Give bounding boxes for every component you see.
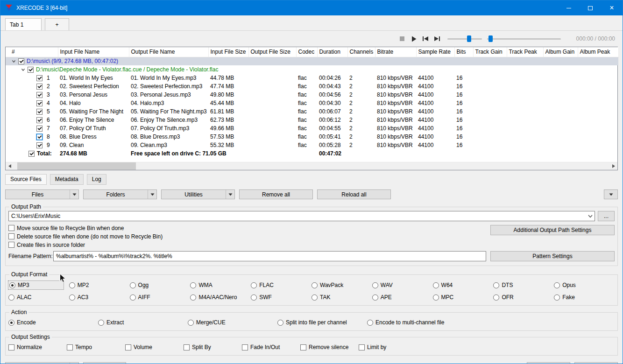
checkbox[interactable]: [8, 233, 14, 239]
column-header-duration[interactable]: Duration: [317, 47, 347, 57]
tab-settings-button[interactable]: Tab/Settings: [5, 362, 79, 364]
radio-button[interactable]: [554, 294, 560, 301]
column-header-num[interactable]: #: [6, 47, 58, 57]
checkbox[interactable]: [36, 92, 42, 98]
additional-output-path-settings-button[interactable]: Additional Output Path Settings: [490, 225, 615, 235]
radio-button[interactable]: [69, 294, 75, 301]
checkbox[interactable]: [67, 344, 73, 350]
column-header-sample-rate[interactable]: Sample Rate: [416, 47, 454, 57]
folders-button[interactable]: Folders: [83, 189, 157, 199]
column-header-album-gain[interactable]: Album Gain: [543, 47, 578, 57]
action-option-split-into-file-per-channel[interactable]: Split into file per channel: [277, 318, 367, 327]
checkbox[interactable]: [36, 75, 42, 81]
checkbox[interactable]: [36, 100, 42, 106]
track-row[interactable]: 303. Personal Jesus03. Personal Jesus.mp…: [6, 91, 618, 99]
expand-arrow-icon[interactable]: [21, 68, 25, 72]
format-option-m4a-aac-nero[interactable]: M4A/AAC/Nero: [190, 293, 251, 301]
output-path-combobox[interactable]: [8, 211, 595, 221]
radio-button[interactable]: [251, 282, 257, 288]
radio-button[interactable]: [372, 282, 378, 288]
directory-group-row[interactable]: D:\music\ (9/9, 274.68 MB, 00:47:02): [6, 57, 618, 65]
radio-button[interactable]: [188, 320, 194, 326]
close-button[interactable]: Close: [574, 362, 618, 364]
track-row[interactable]: 202. Sweetest Perfection02. Sweetest Per…: [6, 82, 618, 91]
radio-button[interactable]: [8, 294, 14, 301]
checkbox[interactable]: [242, 344, 248, 350]
format-option-ac3[interactable]: AC3: [69, 293, 130, 301]
filename-pattern-input[interactable]: [53, 251, 486, 261]
checkbox[interactable]: [18, 58, 24, 64]
radio-button[interactable]: [190, 294, 196, 301]
format-option-tak[interactable]: TAK: [312, 293, 372, 301]
format-option-fake[interactable]: Fake: [554, 293, 615, 301]
setting-fade-in-out[interactable]: Fade In/Out: [242, 343, 300, 351]
format-option-opus[interactable]: Opus: [554, 281, 615, 289]
scroll-left-arrow[interactable]: [6, 162, 14, 170]
format-option-swf[interactable]: SWF: [251, 293, 312, 301]
setting-remove-silence[interactable]: Remove silence: [300, 343, 359, 351]
close-window-button[interactable]: ×: [601, 0, 623, 15]
scrollbar-track[interactable]: [14, 162, 609, 170]
reload-all-button[interactable]: Reload all: [317, 189, 391, 199]
maximize-button[interactable]: [580, 0, 601, 15]
radio-button[interactable]: [251, 294, 257, 301]
checkbox[interactable]: [36, 84, 42, 90]
position-slider-handle[interactable]: [488, 35, 493, 42]
format-option-w64[interactable]: W64: [433, 281, 494, 289]
position-slider-track[interactable]: [487, 38, 561, 40]
view-tab-log[interactable]: Log: [87, 174, 106, 185]
checkbox[interactable]: [359, 344, 365, 350]
track-row[interactable]: 707. Policy Of Truth07. Policy Of Truth.…: [6, 124, 618, 133]
format-option-dts[interactable]: DTS: [493, 281, 554, 289]
format-option-wav[interactable]: WAV: [372, 281, 433, 289]
option-create-files-in-source-folder[interactable]: Create files in source folder: [8, 241, 85, 249]
format-option-aiff[interactable]: AIFF: [130, 293, 191, 301]
utilities-button[interactable]: Utilities: [161, 189, 235, 199]
format-option-mp2[interactable]: MP2: [69, 281, 130, 289]
browse-output-path-button[interactable]: ...: [598, 211, 615, 221]
track-row[interactable]: 606. Enjoy The Silence06. Enjoy The Sile…: [6, 116, 618, 124]
checkbox[interactable]: [36, 117, 42, 123]
format-option-mpc[interactable]: MPC: [433, 293, 494, 301]
radio-button[interactable]: [433, 294, 439, 301]
column-header-track-peak[interactable]: Track Peak: [507, 47, 543, 57]
checkbox[interactable]: [36, 142, 42, 148]
checkbox[interactable]: [36, 134, 42, 140]
stop-button[interactable]: [398, 35, 406, 43]
track-row[interactable]: 505. Waiting For The Night05. Waiting Fo…: [6, 107, 618, 116]
radio-button[interactable]: [554, 282, 560, 288]
view-tab-source-files[interactable]: Source Files: [5, 174, 47, 185]
checkbox[interactable]: [300, 344, 306, 350]
track-row[interactable]: 404. Halo04. Halo.mp345.44 MBflac00:04:3…: [6, 99, 618, 107]
checkbox[interactable]: [36, 109, 42, 115]
checkbox[interactable]: [8, 242, 14, 248]
checkbox[interactable]: [8, 344, 14, 350]
action-option-encode-to-multi-channel-file[interactable]: Encode to multi-channel file: [367, 318, 457, 327]
radio-button[interactable]: [277, 320, 283, 326]
setting-split-by[interactable]: Split By: [184, 343, 242, 351]
format-option-ogg[interactable]: Ogg: [130, 281, 191, 289]
position-slider[interactable]: [487, 35, 561, 42]
radio-button[interactable]: [493, 282, 499, 288]
action-option-encode[interactable]: Encode: [8, 318, 98, 327]
checkbox[interactable]: [36, 126, 42, 132]
option-move-source-file-to-recycle-bin-when-done[interactable]: Move source file to Recycle Bin when don…: [8, 224, 124, 232]
radio-button[interactable]: [69, 282, 75, 288]
radio-button[interactable]: [433, 282, 439, 288]
format-option-wavpack[interactable]: WavPack: [312, 281, 372, 289]
radio-button[interactable]: [312, 282, 318, 288]
column-header-output-file-name[interactable]: Output File Name: [129, 47, 208, 57]
more-options-dropdown[interactable]: [604, 189, 618, 199]
setting-normalize[interactable]: Normalize: [8, 343, 67, 351]
play-button[interactable]: [410, 35, 418, 43]
option-delete-source-file-when-done-do-not-move-to-recycle-bin[interactable]: Delete source file when done (do not mov…: [8, 232, 163, 240]
radio-button[interactable]: [130, 294, 136, 301]
column-header-input-file-size[interactable]: Input File Size: [208, 47, 248, 57]
radio-button[interactable]: [312, 294, 318, 301]
radio-button[interactable]: [190, 282, 196, 288]
volume-slider-handle[interactable]: [467, 35, 471, 42]
title-bar[interactable]: XRECODE 3 [64-bit] ×: [0, 0, 623, 15]
column-header-input-file-name[interactable]: Input File Name: [58, 47, 129, 57]
radio-button[interactable]: [98, 320, 104, 326]
start-button[interactable]: Start: [527, 362, 570, 364]
